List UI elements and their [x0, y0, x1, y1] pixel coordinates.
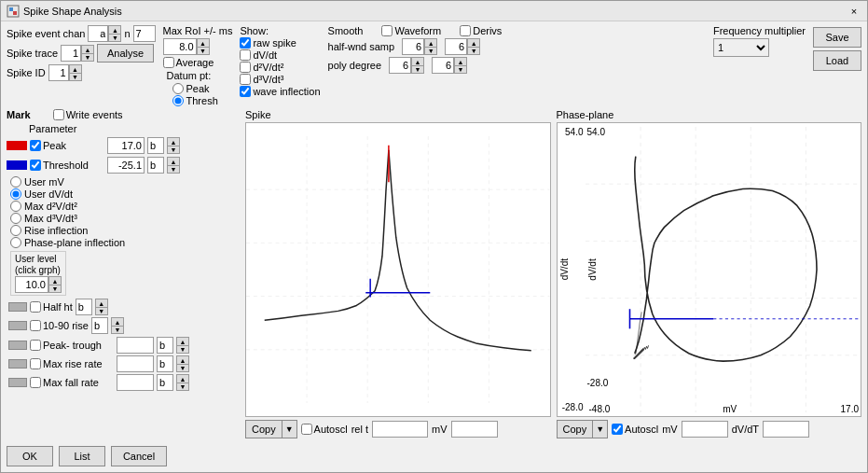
average-checkbox[interactable] — [163, 57, 174, 68]
spike-id-up[interactable]: ▲ — [69, 64, 82, 73]
poly-deg-down2[interactable]: ▼ — [454, 65, 467, 74]
max-fall-checkbox[interactable] — [30, 377, 41, 388]
ok-button[interactable]: OK — [7, 446, 53, 466]
spike-autoscl-checkbox[interactable] — [301, 424, 312, 435]
peak-checkbox-label[interactable]: Peak — [30, 140, 104, 151]
ten-90-b-up[interactable]: ▲ — [111, 317, 124, 326]
spike-id-spinbox[interactable]: 1 ▲ ▼ — [48, 64, 82, 81]
max-fall-input[interactable] — [117, 374, 154, 391]
peak-value-input[interactable]: 17.0 — [107, 137, 145, 154]
half-ht-checkbox[interactable] — [30, 301, 41, 313]
list-button[interactable]: List — [59, 446, 105, 466]
ten-90-b-down[interactable]: ▼ — [111, 326, 124, 334]
analyse-button[interactable]: Analyse — [97, 44, 154, 63]
pt-b-down[interactable]: ▼ — [176, 345, 189, 354]
n-input[interactable]: 7 — [133, 25, 156, 42]
threshold-b-input[interactable]: b — [147, 157, 164, 174]
pt-b-up[interactable]: ▲ — [176, 337, 189, 345]
half-wnd-spinbox2[interactable]: 6 ▲ ▼ — [445, 38, 480, 55]
threshold-checkbox-label[interactable]: Threshold — [30, 160, 104, 171]
rise-inflection-radio-label[interactable]: Rise inflection — [10, 225, 240, 236]
d2vdt2-label[interactable]: d²V/dt² — [240, 62, 320, 73]
dvdt-label[interactable]: dV/dt — [240, 49, 320, 61]
save-button[interactable]: Save — [813, 27, 861, 48]
phase-plane-radio-label[interactable]: Phase-plane inflection — [10, 237, 240, 248]
mr-b-up[interactable]: ▲ — [176, 355, 189, 364]
ten-90-checkbox-label[interactable]: 10-90 rise — [30, 320, 89, 331]
user-level-down[interactable]: ▼ — [48, 285, 62, 293]
spike-mv-input[interactable] — [451, 421, 498, 438]
max-d2v-radio-label[interactable]: Max d²V/dt² — [10, 201, 240, 212]
peak-b-up[interactable]: ▲ — [167, 137, 180, 146]
half-wnd-down2[interactable]: ▼ — [467, 47, 480, 55]
ten-90-b[interactable] — [91, 317, 108, 334]
thresh-radio[interactable] — [172, 95, 184, 106]
max-roi-input[interactable]: 8.0 — [163, 38, 197, 55]
d2vdt2-checkbox[interactable] — [240, 62, 251, 73]
ten-90-checkbox[interactable] — [30, 320, 41, 331]
spike-event-spinbox[interactable]: a ▲ ▼ — [88, 25, 121, 42]
half-wnd-up2[interactable]: ▲ — [467, 38, 480, 47]
user-level-spinbox[interactable]: 10.0 ▲ ▼ — [15, 276, 62, 293]
load-button[interactable]: Load — [813, 50, 861, 71]
max-roi-up[interactable]: ▲ — [197, 38, 210, 47]
average-checkbox-label[interactable]: Average — [163, 57, 214, 68]
half-wnd-up1[interactable]: ▲ — [424, 38, 437, 47]
derivs-checkbox[interactable] — [460, 25, 471, 36]
spike-event-up[interactable]: ▲ — [108, 25, 121, 34]
phase-autoscl-label[interactable]: Autoscl — [612, 424, 658, 435]
half-ht-b-up[interactable]: ▲ — [95, 299, 108, 307]
phase-plane-chart-area[interactable]: 54.0 dV/dt -28.0 — [557, 122, 862, 417]
spike-id-input[interactable]: 1 — [48, 64, 69, 81]
dvdt-checkbox[interactable] — [240, 49, 251, 61]
threshold-b-up[interactable]: ▲ — [167, 157, 180, 165]
raw-spike-checkbox[interactable] — [240, 37, 251, 49]
peak-radio[interactable] — [172, 83, 184, 94]
wave-inflection-checkbox[interactable] — [240, 86, 251, 97]
write-events-label[interactable]: Write events — [53, 109, 123, 120]
close-button[interactable]: × — [847, 4, 861, 19]
spike-trace-up[interactable]: ▲ — [81, 45, 94, 53]
half-wnd-input2[interactable]: 6 — [445, 38, 467, 55]
poly-deg-spinbox1[interactable]: 6 ▲ ▼ — [389, 57, 424, 74]
max-d2v-radio[interactable] — [10, 201, 21, 212]
max-rise-checkbox[interactable] — [30, 358, 41, 369]
raw-spike-label[interactable]: raw spike — [240, 37, 320, 49]
user-mv-radio[interactable] — [10, 176, 21, 188]
peak-radio-label[interactable]: Peak — [172, 83, 218, 94]
half-ht-checkbox-label[interactable]: Half ht — [30, 301, 73, 313]
rise-inflection-radio[interactable] — [10, 225, 21, 236]
half-wnd-input1[interactable]: 6 — [402, 38, 424, 55]
mr-b-down[interactable]: ▼ — [176, 364, 189, 372]
freq-mult-select[interactable]: 1 2 5 10 — [713, 38, 769, 57]
poly-deg-spinbox2[interactable]: 6 ▲ ▼ — [432, 57, 467, 74]
phase-copy-button[interactable]: Copy — [557, 420, 594, 438]
half-ht-b[interactable] — [76, 299, 92, 315]
spike-event-down[interactable]: ▼ — [108, 34, 121, 42]
spike-rel-t-input[interactable] — [372, 421, 428, 438]
half-wnd-down1[interactable]: ▼ — [424, 47, 437, 55]
peak-checkbox[interactable] — [30, 140, 41, 151]
max-rise-input[interactable] — [117, 355, 154, 372]
phase-dvdt-input[interactable] — [763, 421, 809, 438]
spike-event-input[interactable]: a — [88, 25, 108, 42]
max-rise-b[interactable] — [157, 355, 173, 372]
d3vdt3-checkbox[interactable] — [240, 74, 251, 85]
user-dvdt-radio[interactable] — [10, 188, 21, 200]
poly-deg-input2[interactable]: 6 — [432, 57, 454, 74]
spike-autoscl-label[interactable]: Autoscl — [301, 424, 348, 435]
spike-copy-button[interactable]: Copy — [245, 420, 282, 438]
poly-deg-down1[interactable]: ▼ — [411, 65, 424, 74]
derivs-checkbox-label[interactable]: Derivs — [460, 25, 502, 36]
spike-copy-group[interactable]: Copy ▼ — [245, 420, 297, 438]
spike-trace-input[interactable]: 1 — [61, 45, 81, 62]
user-level-input[interactable]: 10.0 — [15, 276, 48, 293]
d3vdt3-label[interactable]: d³V/dt³ — [240, 74, 320, 85]
spike-id-down[interactable]: ▼ — [69, 73, 82, 81]
peak-b-down[interactable]: ▼ — [167, 146, 180, 154]
spike-chart-area[interactable] — [245, 122, 551, 417]
user-level-up[interactable]: ▲ — [48, 276, 62, 285]
phase-copy-group[interactable]: Copy ▼ — [557, 420, 609, 438]
peak-b-input[interactable]: b — [147, 137, 164, 154]
phase-plane-radio[interactable] — [10, 237, 21, 248]
